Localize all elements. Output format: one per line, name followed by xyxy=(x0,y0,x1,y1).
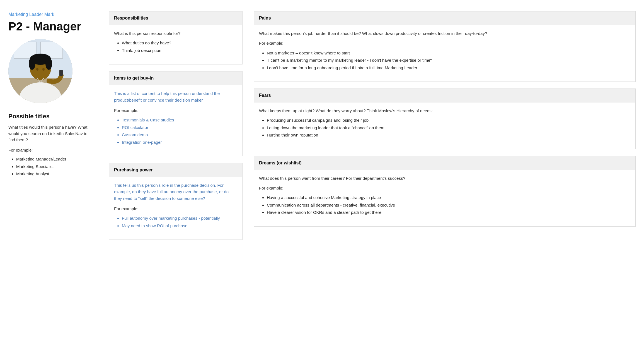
list-item: Marketing Manager/Leader xyxy=(16,156,95,162)
left-column: Marketing Leader Mark P2 - Manager xyxy=(8,11,103,329)
list-item: Letting down the marketing leader that t… xyxy=(267,125,630,131)
buy-in-body: This is a list of content to help this p… xyxy=(109,85,243,156)
fears-body: What keeps them up at night? What do the… xyxy=(254,102,636,149)
dreams-header: Dreams (or wishlist) xyxy=(254,156,636,170)
svg-point-9 xyxy=(29,58,35,70)
list-item: I don't have time for a long onboarding … xyxy=(267,65,630,71)
persona-title: P2 - Manager xyxy=(8,20,95,33)
purchasing-power-highlight: This tells us this person's role in the … xyxy=(114,182,237,202)
avatar xyxy=(8,39,72,103)
purchasing-power-for-example: For example: xyxy=(114,205,237,212)
purchasing-power-body: This tells us this person's role in the … xyxy=(109,177,243,240)
page-container: Marketing Leader Mark P2 - Manager xyxy=(0,0,644,340)
purchasing-power-section: Purchasing power This tells us this pers… xyxy=(109,163,243,240)
pains-section: Pains What makes this person's job harde… xyxy=(254,11,636,82)
possible-titles-heading: Possible titles xyxy=(8,112,95,121)
buy-in-for-example: For example: xyxy=(114,107,237,114)
list-item: Having a successful and cohesive Marketi… xyxy=(267,195,630,201)
svg-rect-13 xyxy=(59,70,63,76)
titles-list: Marketing Manager/Leader Marketing Speci… xyxy=(8,156,95,177)
svg-point-11 xyxy=(36,68,38,71)
list-item: "I can't be a marketing mentor to my mar… xyxy=(267,57,630,64)
possible-titles-desc: What titles would this persona have? Wha… xyxy=(8,124,95,143)
responsibilities-bullets: What duties do they have? Think: job des… xyxy=(114,40,237,54)
list-item: Full autonomy over marketing purchases -… xyxy=(122,215,237,222)
dreams-section: Dreams (or wishlist) What does this pers… xyxy=(254,156,636,227)
list-item: Not a marketer – doesn't know where to s… xyxy=(267,50,630,56)
middle-column: Responsibilities What is this person res… xyxy=(103,11,248,329)
dreams-body: What does this person want from their ca… xyxy=(254,170,636,227)
responsibilities-question: What is this person responsible for? xyxy=(114,30,237,37)
list-item: Marketing Analyst xyxy=(16,171,95,177)
persona-label: Marketing Leader Mark xyxy=(8,11,95,18)
list-item: Communication across all departments - c… xyxy=(267,202,630,209)
list-item: Producing unsuccessful campaigns and los… xyxy=(267,117,630,124)
list-item: What duties do they have? xyxy=(122,40,237,46)
responsibilities-body: What is this person responsible for? Wha… xyxy=(109,25,243,64)
list-item: ROI calculator xyxy=(122,124,237,131)
list-item: May need to show ROI of purchase xyxy=(122,223,237,229)
pains-for-example: For example: xyxy=(259,40,630,46)
buy-in-header: Items to get buy-in xyxy=(109,71,243,85)
fears-section: Fears What keeps them up at night? What … xyxy=(254,88,636,149)
list-item: Custom demo xyxy=(122,132,237,138)
dreams-for-example: For example: xyxy=(259,185,630,191)
buy-in-section: Items to get buy-in This is a list of co… xyxy=(109,71,243,156)
list-item: Integration one-pager xyxy=(122,139,237,146)
purchasing-power-header: Purchasing power xyxy=(109,163,243,177)
fears-header: Fears xyxy=(254,88,636,102)
pains-body: What makes this person's job harder than… xyxy=(254,25,636,82)
purchasing-power-bullets: Full autonomy over marketing purchases -… xyxy=(114,215,237,229)
avatar-svg xyxy=(8,39,72,103)
fears-bullets: Producing unsuccessful campaigns and los… xyxy=(259,117,630,138)
dreams-bullets: Having a successful and cohesive Marketi… xyxy=(259,195,630,216)
right-column: Pains What makes this person's job harde… xyxy=(248,11,636,329)
svg-point-12 xyxy=(42,68,45,71)
left-for-example: For example: xyxy=(8,147,95,154)
pains-bullets: Not a marketer – doesn't know where to s… xyxy=(259,50,630,71)
pains-text: What makes this person's job harder than… xyxy=(259,30,630,37)
list-item: Have a clearer vision for OKRs and a cle… xyxy=(267,209,630,216)
fears-text: What keeps them up at night? What do the… xyxy=(259,107,630,114)
pains-header: Pains xyxy=(254,11,636,25)
list-item: Think: job description xyxy=(122,47,237,54)
buy-in-highlight: This is a list of content to help this p… xyxy=(114,90,237,103)
dreams-text: What does this person want from their ca… xyxy=(259,175,630,181)
responsibilities-section: Responsibilities What is this person res… xyxy=(109,11,243,64)
list-item: Marketing Specialist xyxy=(16,164,95,170)
svg-point-10 xyxy=(45,58,52,70)
avatar-image xyxy=(8,39,72,103)
list-item: Testimonials & Case studies xyxy=(122,117,237,123)
list-item: Hurting their own reputation xyxy=(267,132,630,138)
buy-in-bullets: Testimonials & Case studies ROI calculat… xyxy=(114,117,237,145)
responsibilities-header: Responsibilities xyxy=(109,11,243,25)
